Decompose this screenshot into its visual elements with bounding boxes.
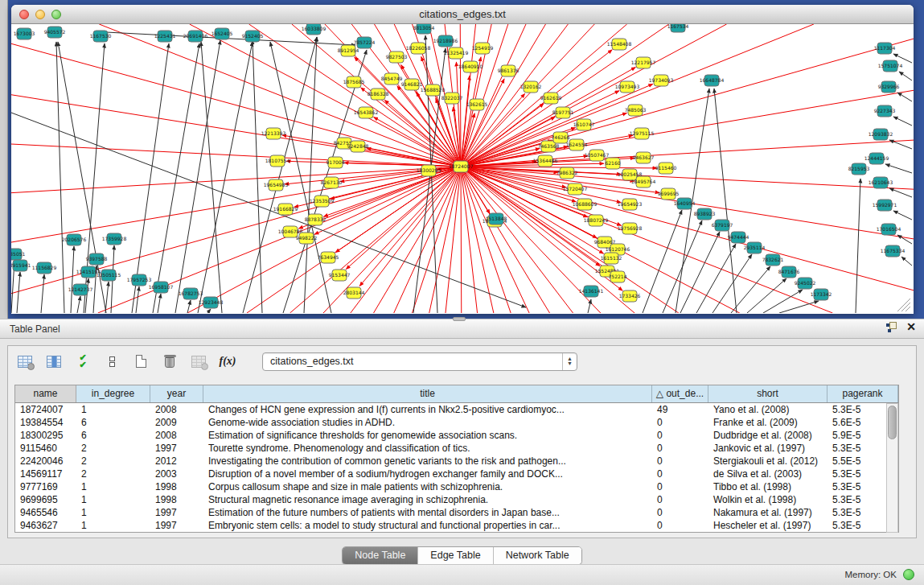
close-panel-icon[interactable]: ✕ (906, 322, 916, 332)
graph-node[interactable]: 3915941 (11, 260, 31, 271)
graph-node[interactable]: 14136141 (579, 286, 604, 297)
table-row[interactable]: 977716911998Corpus callosum shape and si… (15, 480, 898, 493)
graph-node[interactable]: 1733426 (619, 290, 641, 302)
graph-node[interactable]: 12217957 (631, 57, 656, 68)
graph-node[interactable]: 1167534 (667, 24, 689, 32)
graph-node[interactable]: 8813054 (413, 24, 435, 34)
graph-node[interactable]: 9146821 (401, 79, 423, 90)
graph-node[interactable]: 9827503 (386, 51, 408, 63)
resize-grip-icon[interactable] (906, 307, 910, 311)
graph-node[interactable]: 1935051 (11, 249, 26, 260)
graph-node[interactable]: 9115460 (655, 163, 677, 174)
graph-node[interactable]: 17359928 (102, 233, 127, 245)
graph-node[interactable]: 11675334 (881, 245, 906, 257)
graph-node[interactable]: 10688609 (573, 199, 598, 210)
graph-node[interactable]: 12093832 (869, 129, 893, 140)
graph-node[interactable]: 8454749 (381, 73, 403, 84)
graph-node[interactable]: 16543862 (354, 107, 379, 118)
delete-column-icon[interactable] (161, 352, 179, 370)
table-row[interactable]: 1872400712008Changes of HCN gene express… (15, 403, 898, 416)
graph-node[interactable]: 11548408 (607, 39, 632, 50)
table-settings-icon[interactable] (16, 352, 34, 370)
graph-node[interactable]: 1173342 (811, 289, 832, 300)
table-row[interactable]: 1830029562008Estimation of significance … (15, 429, 898, 442)
graph-node[interactable]: 1640954 (674, 198, 696, 209)
tab-edge-table[interactable]: Edge Table (418, 547, 493, 564)
graph-node[interactable]: 8186328 (368, 89, 389, 100)
graph-node[interactable]: 8938923 (694, 208, 716, 220)
select-columns-icon[interactable]: ✔✔ (74, 352, 92, 370)
graph-node[interactable]: 9397588 (86, 253, 108, 265)
column-header-name[interactable]: name (15, 385, 76, 402)
graph-node[interactable]: 9227343 (874, 105, 896, 117)
graph-node[interactable]: 8878332 (305, 214, 326, 225)
graph-node[interactable]: 12444159 (864, 153, 889, 164)
graph-node[interactable]: 1225431 (154, 31, 176, 42)
column-header-out-de-[interactable]: △ out_de... (652, 385, 708, 402)
graph-node[interactable]: 1117304 (874, 43, 896, 54)
window-titlebar[interactable]: citations_edges.txt (11, 5, 914, 24)
graph-node[interactable]: 18300295 (417, 165, 441, 176)
graph-node[interactable]: 62160 (605, 158, 620, 169)
splitter-handle[interactable] (453, 317, 466, 321)
graph-node[interactable]: 19654983 (264, 179, 289, 191)
table-vertical-scrollbar[interactable] (886, 403, 898, 533)
tab-node-table[interactable]: Node Table (343, 547, 418, 564)
column-header-in-degree[interactable]: in_degree (76, 385, 150, 402)
graph-node[interactable]: 917004 (326, 157, 345, 168)
graph-node[interactable]: 1875685 (343, 76, 365, 88)
table-row[interactable]: 946362711997Embryonic stem cells: a mode… (15, 519, 898, 532)
column-header-title[interactable]: title (203, 385, 652, 402)
graph-node[interactable]: 1624554 (566, 139, 588, 150)
memory-status-indicator[interactable] (903, 569, 914, 580)
graph-node[interactable]: 16210643 (869, 177, 893, 188)
graph-node[interactable]: 16033809 (302, 24, 326, 35)
column-header-pagerank[interactable]: pagerank (827, 385, 898, 402)
graph-node[interactable]: 7634945 (318, 252, 339, 263)
table-row[interactable]: 946554611997Estimation of the future num… (15, 506, 898, 519)
column-header-short[interactable]: short (708, 385, 827, 402)
graph-node[interactable]: 9162619 (540, 93, 562, 104)
graph-node[interactable]: 15992971 (873, 200, 897, 211)
graph-node[interactable]: 15688520 (421, 84, 446, 96)
table-row[interactable]: 1938455462009Genome-wide association stu… (15, 416, 898, 429)
graph-node[interactable]: 8197751 (552, 107, 574, 118)
graph-node[interactable]: 9405572 (44, 27, 66, 38)
network-canvas[interactable]: 1221339318107554196549831916682910046788… (11, 24, 914, 313)
graph-node[interactable]: 7485063 (625, 105, 647, 116)
graph-node[interactable]: 9242848 (347, 141, 369, 152)
graph-node[interactable]: 1320162 (520, 81, 542, 93)
graph-node[interactable]: 18495764 (631, 176, 656, 187)
graph-node[interactable]: 1167530 (90, 31, 112, 42)
graph-node[interactable]: 12213393 (261, 128, 286, 139)
graph-node[interactable]: 8215953 (848, 163, 870, 175)
graph-node[interactable]: 7832621 (762, 254, 784, 266)
graph-node[interactable]: 11156829 (32, 262, 57, 274)
table-selector-combobox[interactable]: citations_edges.txt ▲▼ (262, 352, 577, 371)
graph-node[interactable]: 20206576 (62, 234, 87, 245)
graph-node[interactable]: 19756928 (618, 223, 643, 234)
graph-node[interactable]: 16648784 (700, 75, 725, 86)
float-panel-icon[interactable] (886, 322, 897, 332)
graph-node[interactable]: 1254919 (472, 43, 494, 54)
graph-node[interactable]: 1362615 (466, 99, 488, 110)
row-height-icon[interactable] (103, 352, 121, 370)
graph-node[interactable]: 1610747 (573, 119, 595, 130)
graph-node[interactable]: 1615132 (601, 253, 622, 264)
delete-table-icon[interactable] (190, 352, 207, 370)
graph-node[interactable]: 19654923 (618, 199, 643, 210)
graph-node[interactable]: 2803144 (343, 287, 365, 299)
table-row[interactable]: 969969511998Structural magnetic resonanc… (15, 493, 898, 506)
graph-node[interactable]: 2935114 (744, 242, 766, 253)
graph-node[interactable]: 9699695 (658, 188, 680, 200)
table-panel-titlebar[interactable]: Table Panel ✕ (0, 319, 924, 339)
column-header-year[interactable]: year (150, 385, 203, 402)
graph-node[interactable]: 11325419 (444, 47, 469, 59)
network-view-window[interactable]: citations_edges.txt 12213393181075541965… (11, 5, 914, 314)
graph-node[interactable]: 9329966 (878, 81, 900, 93)
resize-grip-icon[interactable] (901, 303, 910, 311)
graph-node[interactable]: 16782753 (179, 288, 203, 299)
graph-node[interactable]: 8322037 (441, 93, 463, 104)
graph-node[interactable]: 6379197 (712, 220, 733, 231)
graph-node[interactable]: 9245022 (795, 278, 816, 289)
